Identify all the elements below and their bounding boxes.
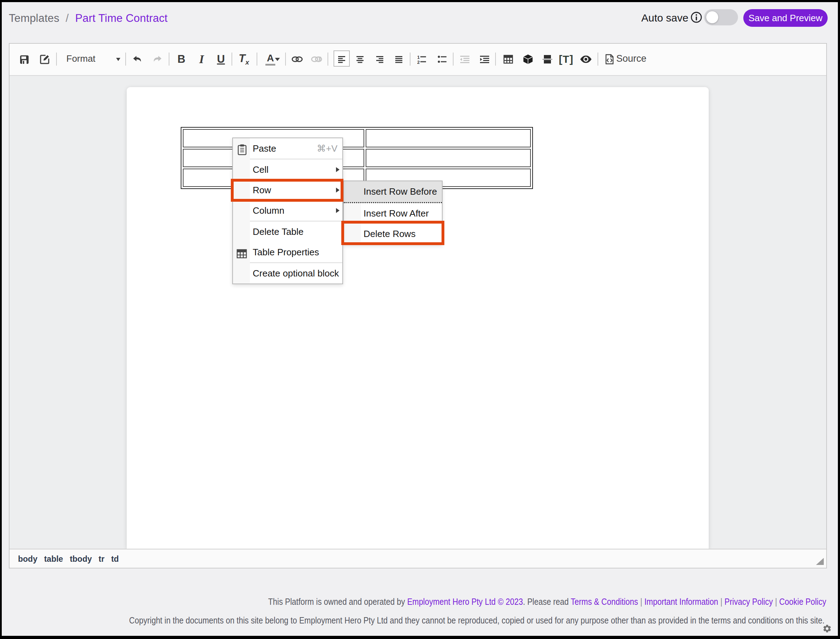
svg-text:2: 2: [417, 60, 420, 65]
svg-text:1: 1: [417, 55, 420, 60]
